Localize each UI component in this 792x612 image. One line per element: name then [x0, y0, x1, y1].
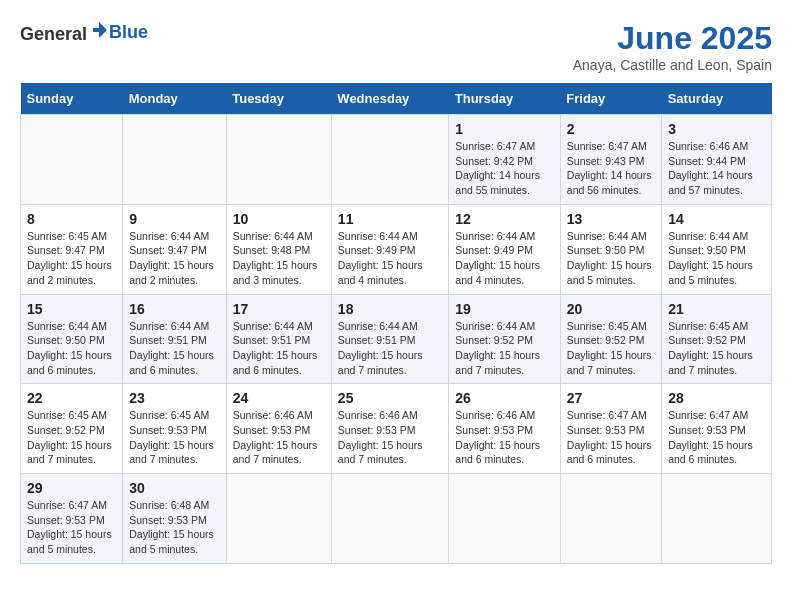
calendar-day-cell: 16Sunrise: 6:44 AMSunset: 9:51 PMDayligh…: [123, 294, 227, 384]
col-header-sunday: Sunday: [21, 83, 123, 115]
main-title: June 2025: [573, 20, 772, 57]
calendar-day-cell: 26Sunrise: 6:46 AMSunset: 9:53 PMDayligh…: [449, 384, 561, 474]
day-info: Sunrise: 6:48 AMSunset: 9:53 PMDaylight:…: [129, 498, 220, 557]
day-info: Sunrise: 6:47 AMSunset: 9:53 PMDaylight:…: [567, 408, 655, 467]
day-info: Sunrise: 6:44 AMSunset: 9:51 PMDaylight:…: [338, 319, 442, 378]
calendar-week-row: 22Sunrise: 6:45 AMSunset: 9:52 PMDayligh…: [21, 384, 772, 474]
day-number: 20: [567, 301, 655, 317]
day-number: 8: [27, 211, 116, 227]
day-info: Sunrise: 6:46 AMSunset: 9:53 PMDaylight:…: [338, 408, 442, 467]
day-number: 30: [129, 480, 220, 496]
day-number: 9: [129, 211, 220, 227]
day-info: Sunrise: 6:46 AMSunset: 9:53 PMDaylight:…: [455, 408, 554, 467]
day-info: Sunrise: 6:44 AMSunset: 9:50 PMDaylight:…: [668, 229, 765, 288]
calendar-day-cell: 1Sunrise: 6:47 AMSunset: 9:42 PMDaylight…: [449, 115, 561, 205]
day-number: 28: [668, 390, 765, 406]
day-info: Sunrise: 6:46 AMSunset: 9:44 PMDaylight:…: [668, 139, 765, 198]
day-info: Sunrise: 6:45 AMSunset: 9:53 PMDaylight:…: [129, 408, 220, 467]
col-header-friday: Friday: [560, 83, 661, 115]
calendar-header-row: SundayMondayTuesdayWednesdayThursdayFrid…: [21, 83, 772, 115]
logo-blue: Blue: [109, 22, 148, 42]
calendar-day-cell: 22Sunrise: 6:45 AMSunset: 9:52 PMDayligh…: [21, 384, 123, 474]
day-number: 22: [27, 390, 116, 406]
day-number: 21: [668, 301, 765, 317]
day-number: 16: [129, 301, 220, 317]
day-info: Sunrise: 6:44 AMSunset: 9:49 PMDaylight:…: [338, 229, 442, 288]
day-number: 18: [338, 301, 442, 317]
day-number: 26: [455, 390, 554, 406]
calendar-day-cell: 18Sunrise: 6:44 AMSunset: 9:51 PMDayligh…: [331, 294, 448, 384]
day-info: Sunrise: 6:44 AMSunset: 9:50 PMDaylight:…: [27, 319, 116, 378]
day-number: 14: [668, 211, 765, 227]
calendar-day-cell: 11Sunrise: 6:44 AMSunset: 9:49 PMDayligh…: [331, 204, 448, 294]
day-info: Sunrise: 6:44 AMSunset: 9:51 PMDaylight:…: [129, 319, 220, 378]
day-number: 23: [129, 390, 220, 406]
empty-cell: [449, 474, 561, 564]
day-number: 17: [233, 301, 325, 317]
col-header-tuesday: Tuesday: [226, 83, 331, 115]
day-info: Sunrise: 6:45 AMSunset: 9:52 PMDaylight:…: [567, 319, 655, 378]
day-number: 29: [27, 480, 116, 496]
day-info: Sunrise: 6:47 AMSunset: 9:42 PMDaylight:…: [455, 139, 554, 198]
calendar-week-row: 8Sunrise: 6:45 AMSunset: 9:47 PMDaylight…: [21, 204, 772, 294]
calendar-day-cell: 24Sunrise: 6:46 AMSunset: 9:53 PMDayligh…: [226, 384, 331, 474]
day-info: Sunrise: 6:45 AMSunset: 9:52 PMDaylight:…: [668, 319, 765, 378]
day-number: 27: [567, 390, 655, 406]
day-number: 1: [455, 121, 554, 137]
day-number: 25: [338, 390, 442, 406]
day-info: Sunrise: 6:47 AMSunset: 9:53 PMDaylight:…: [668, 408, 765, 467]
calendar-day-cell: 23Sunrise: 6:45 AMSunset: 9:53 PMDayligh…: [123, 384, 227, 474]
empty-cell: [331, 115, 448, 205]
day-number: 2: [567, 121, 655, 137]
col-header-saturday: Saturday: [662, 83, 772, 115]
title-area: June 2025 Anaya, Castille and Leon, Spai…: [573, 20, 772, 73]
day-number: 24: [233, 390, 325, 406]
empty-cell: [560, 474, 661, 564]
svg-marker-0: [93, 22, 107, 38]
calendar-day-cell: 12Sunrise: 6:44 AMSunset: 9:49 PMDayligh…: [449, 204, 561, 294]
day-info: Sunrise: 6:44 AMSunset: 9:47 PMDaylight:…: [129, 229, 220, 288]
logo-general: General: [20, 24, 87, 44]
day-number: 10: [233, 211, 325, 227]
empty-cell: [226, 474, 331, 564]
calendar-day-cell: 8Sunrise: 6:45 AMSunset: 9:47 PMDaylight…: [21, 204, 123, 294]
calendar-day-cell: 14Sunrise: 6:44 AMSunset: 9:50 PMDayligh…: [662, 204, 772, 294]
calendar-day-cell: 13Sunrise: 6:44 AMSunset: 9:50 PMDayligh…: [560, 204, 661, 294]
calendar-day-cell: 25Sunrise: 6:46 AMSunset: 9:53 PMDayligh…: [331, 384, 448, 474]
day-number: 12: [455, 211, 554, 227]
empty-cell: [662, 474, 772, 564]
calendar-day-cell: 21Sunrise: 6:45 AMSunset: 9:52 PMDayligh…: [662, 294, 772, 384]
calendar-day-cell: 30Sunrise: 6:48 AMSunset: 9:53 PMDayligh…: [123, 474, 227, 564]
day-info: Sunrise: 6:44 AMSunset: 9:50 PMDaylight:…: [567, 229, 655, 288]
day-info: Sunrise: 6:44 AMSunset: 9:51 PMDaylight:…: [233, 319, 325, 378]
col-header-wednesday: Wednesday: [331, 83, 448, 115]
day-number: 3: [668, 121, 765, 137]
calendar-day-cell: 10Sunrise: 6:44 AMSunset: 9:48 PMDayligh…: [226, 204, 331, 294]
header: General Blue June 2025 Anaya, Castille a…: [20, 20, 772, 73]
empty-cell: [21, 115, 123, 205]
calendar-day-cell: 28Sunrise: 6:47 AMSunset: 9:53 PMDayligh…: [662, 384, 772, 474]
calendar-week-row: 15Sunrise: 6:44 AMSunset: 9:50 PMDayligh…: [21, 294, 772, 384]
logo-icon: [89, 20, 109, 40]
empty-cell: [331, 474, 448, 564]
calendar-week-row: 29Sunrise: 6:47 AMSunset: 9:53 PMDayligh…: [21, 474, 772, 564]
col-header-monday: Monday: [123, 83, 227, 115]
calendar-day-cell: 29Sunrise: 6:47 AMSunset: 9:53 PMDayligh…: [21, 474, 123, 564]
calendar-day-cell: 9Sunrise: 6:44 AMSunset: 9:47 PMDaylight…: [123, 204, 227, 294]
day-info: Sunrise: 6:44 AMSunset: 9:49 PMDaylight:…: [455, 229, 554, 288]
empty-cell: [123, 115, 227, 205]
day-info: Sunrise: 6:44 AMSunset: 9:52 PMDaylight:…: [455, 319, 554, 378]
calendar-day-cell: 19Sunrise: 6:44 AMSunset: 9:52 PMDayligh…: [449, 294, 561, 384]
col-header-thursday: Thursday: [449, 83, 561, 115]
calendar-table: SundayMondayTuesdayWednesdayThursdayFrid…: [20, 83, 772, 564]
day-info: Sunrise: 6:45 AMSunset: 9:52 PMDaylight:…: [27, 408, 116, 467]
day-number: 11: [338, 211, 442, 227]
day-info: Sunrise: 6:47 AMSunset: 9:43 PMDaylight:…: [567, 139, 655, 198]
calendar-day-cell: 2Sunrise: 6:47 AMSunset: 9:43 PMDaylight…: [560, 115, 661, 205]
day-info: Sunrise: 6:46 AMSunset: 9:53 PMDaylight:…: [233, 408, 325, 467]
subtitle: Anaya, Castille and Leon, Spain: [573, 57, 772, 73]
calendar-day-cell: 3Sunrise: 6:46 AMSunset: 9:44 PMDaylight…: [662, 115, 772, 205]
calendar-week-row: 1Sunrise: 6:47 AMSunset: 9:42 PMDaylight…: [21, 115, 772, 205]
day-number: 13: [567, 211, 655, 227]
empty-cell: [226, 115, 331, 205]
